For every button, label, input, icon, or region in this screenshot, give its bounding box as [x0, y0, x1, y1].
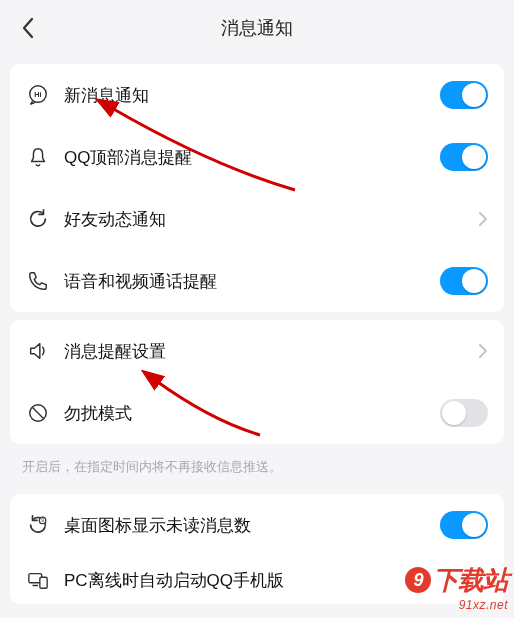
- row-voice-video-call[interactable]: 语音和视频通话提醒: [10, 250, 504, 312]
- chevron-right-icon: [478, 211, 488, 227]
- row-label: 勿扰模式: [64, 402, 440, 425]
- chevron-right-icon: [478, 343, 488, 359]
- row-label: 新消息通知: [64, 84, 440, 107]
- settings-group-2: 消息提醒设置 勿扰模式: [10, 320, 504, 444]
- hi-bubble-icon: Hi: [26, 83, 50, 107]
- svg-text:Hi: Hi: [34, 90, 41, 99]
- row-label: 好友动态通知: [64, 208, 478, 231]
- row-label: 消息提醒设置: [64, 340, 478, 363]
- phone-icon: [26, 269, 50, 293]
- row-label: QQ顶部消息提醒: [64, 146, 440, 169]
- toggle-dnd[interactable]: [440, 399, 488, 427]
- bell-icon: [26, 145, 50, 169]
- row-label: 桌面图标显示未读消息数: [64, 514, 440, 537]
- chevron-left-icon: [21, 17, 35, 39]
- dnd-hint-text: 开启后，在指定时间内将不再接收信息推送。: [0, 452, 514, 486]
- row-friend-activity[interactable]: 好友动态通知: [10, 188, 504, 250]
- speaker-icon: [26, 339, 50, 363]
- devices-icon: [26, 568, 50, 592]
- row-notify-settings[interactable]: 消息提醒设置: [10, 320, 504, 382]
- badge-refresh-icon: 9: [26, 513, 50, 537]
- watermark: 9 下载站 91xz.net: [403, 563, 508, 612]
- back-button[interactable]: [14, 14, 42, 42]
- toggle-desktop-badge[interactable]: [440, 511, 488, 539]
- block-icon: [26, 401, 50, 425]
- toggle-qq-top[interactable]: [440, 143, 488, 171]
- settings-group-1: Hi 新消息通知 QQ顶部消息提醒 好友动态通知: [10, 64, 504, 312]
- refresh-icon: [26, 207, 50, 231]
- svg-rect-6: [40, 577, 47, 588]
- row-dnd-mode[interactable]: 勿扰模式: [10, 382, 504, 444]
- toggle-new-message[interactable]: [440, 81, 488, 109]
- row-new-message-notify[interactable]: Hi 新消息通知: [10, 64, 504, 126]
- row-desktop-badge[interactable]: 9 桌面图标显示未读消息数: [10, 494, 504, 556]
- watermark-text: 下载站: [433, 565, 508, 595]
- toggle-voice-video[interactable]: [440, 267, 488, 295]
- header-bar: 消息通知: [0, 0, 514, 56]
- watermark-icon: 9: [403, 565, 433, 596]
- row-label: 语音和视频通话提醒: [64, 270, 440, 293]
- row-qq-top-notify[interactable]: QQ顶部消息提醒: [10, 126, 504, 188]
- page-title: 消息通知: [221, 16, 293, 40]
- svg-text:9: 9: [413, 570, 423, 590]
- watermark-url: 91xz.net: [403, 598, 508, 612]
- svg-text:9: 9: [41, 517, 44, 523]
